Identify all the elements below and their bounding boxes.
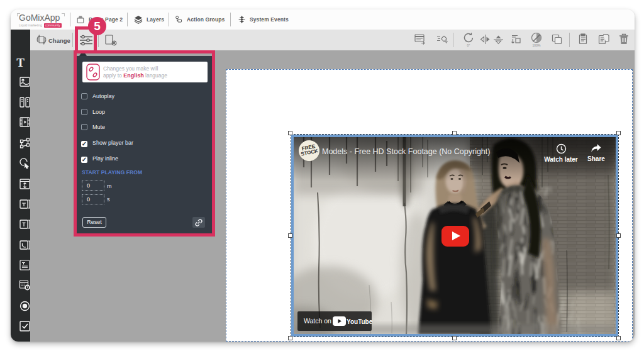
svg-text:YouTube: YouTube bbox=[347, 318, 373, 325]
